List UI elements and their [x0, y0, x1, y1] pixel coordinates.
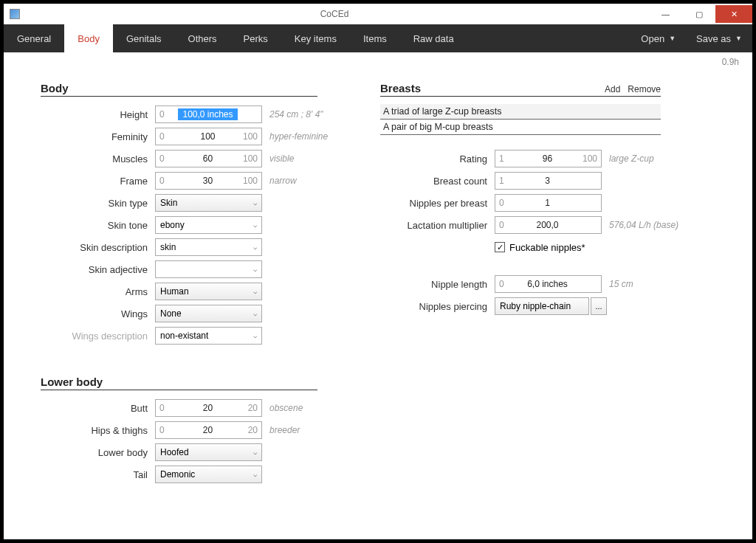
saveas-label: Save as [696, 33, 731, 44]
height-hint: 254 cm ; 8' 4" [269, 109, 323, 120]
fuckable-label: Fuckable nipples* [509, 242, 585, 253]
butt-hint: obscene [269, 403, 303, 413]
wings-select[interactable]: None⌵ [155, 305, 262, 322]
breasts-list-item[interactable]: A pair of big M-cup breasts [380, 120, 661, 135]
rating-hint: large Z-cup [609, 153, 654, 164]
muscles-label: Muscles [41, 153, 155, 165]
nipples-per-breast-label: Nipples per breast [380, 198, 495, 209]
feminity-input[interactable]: 0100100 [155, 128, 262, 145]
caret-down-icon: ▼ [735, 35, 742, 42]
nipples-piercing-select[interactable]: Ruby nipple-chain [495, 297, 589, 315]
skin-tone-label: Skin tone [41, 220, 155, 231]
wings-label: Wings [41, 308, 155, 319]
version-label: 0.9h [722, 57, 739, 67]
hips-hint: breeder [269, 425, 300, 435]
muscles-input[interactable]: 060100 [155, 150, 262, 167]
window-title: CoCEd [20, 9, 649, 19]
nipples-piercing-label: Nipples piercing [380, 301, 495, 312]
tab-items[interactable]: Items [350, 24, 400, 52]
skin-desc-select[interactable]: skin⌵ [155, 238, 262, 256]
rating-input[interactable]: 196100 [495, 150, 602, 167]
chevron-down-icon: ⌵ [253, 221, 257, 229]
tab-genitals[interactable]: Genitals [113, 24, 175, 52]
lower-body-select[interactable]: Hoofed⌵ [155, 443, 262, 461]
skin-type-select[interactable]: Skin⌵ [155, 194, 262, 212]
chevron-down-icon: ⌵ [253, 266, 257, 273]
caret-down-icon: ▼ [669, 35, 676, 42]
section-lower-title: Lower body [41, 376, 317, 390]
menubar: General Body Genitals Others Perks Key i… [4, 24, 752, 52]
chevron-down-icon: ⌵ [253, 310, 257, 317]
breast-count-input[interactable]: 13 [495, 172, 602, 190]
chevron-down-icon: ⌵ [253, 449, 257, 456]
close-button[interactable]: ✕ [715, 5, 752, 23]
maximize-button[interactable]: ▢ [682, 5, 715, 23]
height-input[interactable]: 0100,0 inches [155, 106, 262, 123]
section-body-title: Body [41, 82, 317, 97]
open-label: Open [641, 33, 664, 44]
chevron-down-icon: ⌵ [253, 332, 257, 339]
saveas-menu[interactable]: Save as▼ [686, 24, 752, 52]
fuckable-checkbox[interactable]: ✓ [495, 242, 505, 252]
app-icon [10, 9, 20, 19]
tab-raw-data[interactable]: Raw data [400, 24, 467, 52]
chevron-down-icon: ⌵ [253, 471, 257, 478]
skin-adj-select[interactable]: ⌵ [155, 260, 262, 278]
skin-adj-label: Skin adjective [41, 264, 155, 275]
tab-key-items[interactable]: Key items [281, 24, 350, 52]
lactation-hint: 576,04 L/h (base) [609, 220, 678, 230]
frame-hint: narrow [269, 176, 297, 186]
tab-body[interactable]: Body [64, 24, 113, 52]
lactation-input[interactable]: 0200,0 [495, 216, 602, 234]
hips-label: Hips & thighs [41, 425, 155, 436]
tab-perks[interactable]: Perks [230, 24, 281, 52]
muscles-hint: visible [269, 153, 294, 164]
nipple-length-hint: 15 cm [609, 279, 633, 289]
wings-desc-label: Wings description [41, 331, 155, 342]
butt-label: Butt [41, 403, 155, 414]
feminity-label: Feminity [41, 131, 155, 142]
breasts-remove-button[interactable]: Remove [628, 84, 661, 94]
nipple-length-input[interactable]: 06,0 inches [495, 275, 602, 293]
breasts-add-button[interactable]: Add [605, 84, 620, 94]
chevron-down-icon: ⌵ [253, 288, 257, 295]
nipples-piercing-more-button[interactable]: ... [591, 297, 607, 315]
butt-input[interactable]: 02020 [155, 399, 262, 417]
rating-label: Rating [380, 153, 495, 165]
height-label: Height [41, 109, 155, 120]
feminity-hint: hyper-feminine [269, 131, 328, 142]
lactation-label: Lactation multiplier [380, 220, 495, 231]
tab-others[interactable]: Others [175, 24, 230, 52]
chevron-down-icon: ⌵ [253, 243, 257, 251]
hips-input[interactable]: 02020 [155, 421, 262, 439]
breasts-list-item[interactable]: A triad of large Z-cup breasts [380, 104, 661, 120]
skin-type-label: Skin type [41, 198, 155, 209]
open-menu[interactable]: Open▼ [630, 24, 686, 52]
nipple-length-label: Nipple length [380, 279, 495, 290]
section-breasts-title: Breasts Add Remove [380, 82, 661, 97]
breasts-title-text: Breasts [380, 82, 421, 94]
nipples-per-breast-input[interactable]: 01 [495, 194, 602, 212]
chevron-down-icon: ⌵ [253, 199, 257, 207]
lower-body-label: Lower body [41, 447, 155, 458]
breast-count-label: Breast count [380, 176, 495, 187]
frame-label: Frame [41, 176, 155, 187]
tab-general[interactable]: General [4, 24, 64, 52]
titlebar: CoCEd — ▢ ✕ [4, 4, 752, 24]
skin-desc-label: Skin description [41, 242, 155, 253]
arms-select[interactable]: Human⌵ [155, 283, 262, 300]
tail-label: Tail [41, 469, 155, 480]
skin-tone-select[interactable]: ebony⌵ [155, 216, 262, 234]
frame-input[interactable]: 030100 [155, 172, 262, 190]
wings-desc-select[interactable]: non-existant⌵ [155, 327, 262, 345]
minimize-button[interactable]: — [649, 5, 682, 23]
tail-select[interactable]: Demonic⌵ [155, 466, 262, 483]
arms-label: Arms [41, 286, 155, 297]
